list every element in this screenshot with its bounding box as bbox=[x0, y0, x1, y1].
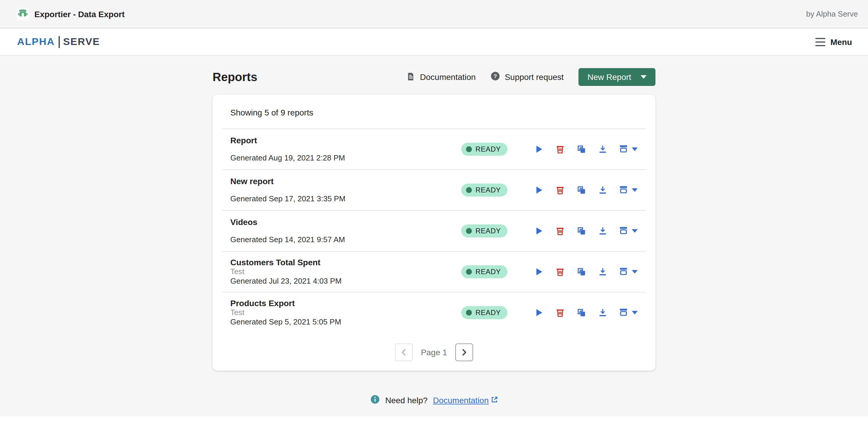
duplicate-report-button[interactable] bbox=[576, 225, 587, 237]
report-subtitle: Test bbox=[230, 308, 461, 318]
main-area: Reports Documentation bbox=[0, 56, 868, 416]
app-title: Exportier - Data Export bbox=[34, 9, 125, 19]
support-request-button[interactable]: ? Support request bbox=[491, 71, 564, 83]
menu-label: Menu bbox=[830, 37, 852, 47]
report-generated: Generated Aug 19, 2021 2:28 PM bbox=[230, 153, 461, 163]
chevron-down-icon bbox=[632, 270, 638, 274]
report-generated: Generated Sep 17, 2021 3:35 PM bbox=[230, 194, 461, 204]
report-title: New report bbox=[230, 176, 461, 186]
next-page-button[interactable] bbox=[455, 343, 473, 361]
row-actions bbox=[533, 225, 638, 237]
row-actions bbox=[533, 184, 638, 196]
delete-report-button[interactable] bbox=[554, 307, 566, 319]
chevron-down-icon bbox=[632, 147, 638, 151]
row-actions bbox=[533, 143, 638, 155]
run-report-button[interactable] bbox=[533, 307, 545, 319]
page-actions: Documentation ? Support request New Repo… bbox=[406, 68, 655, 86]
archive-icon bbox=[618, 225, 629, 237]
report-info: Customers Total Spent Test Generated Jul… bbox=[230, 258, 461, 286]
duplicate-report-button[interactable] bbox=[576, 307, 587, 319]
delete-report-button[interactable] bbox=[554, 184, 566, 196]
status-dot-icon bbox=[466, 228, 472, 234]
run-report-button[interactable] bbox=[533, 266, 545, 278]
report-row[interactable]: Products Export Test Generated Sep 5, 20… bbox=[213, 293, 655, 333]
svg-text:?: ? bbox=[494, 73, 497, 79]
help-footer: Need help? Documentation bbox=[213, 394, 655, 406]
report-title: Videos bbox=[230, 217, 461, 227]
chevron-left-icon bbox=[400, 349, 407, 356]
archive-icon bbox=[618, 184, 629, 196]
reports-card: Showing 5 of 9 reports Report Generated … bbox=[213, 95, 655, 371]
chevron-down-icon bbox=[632, 311, 638, 314]
storefront-icon bbox=[17, 8, 29, 20]
alpha-serve-logo: ALPHA SERVE bbox=[17, 36, 100, 48]
report-generated: Generated Sep 5, 2021 5:05 PM bbox=[230, 318, 461, 327]
delete-report-button[interactable] bbox=[554, 266, 566, 278]
top-app-bar: Exportier - Data Export by Alpha Serve bbox=[0, 0, 868, 28]
run-report-button[interactable] bbox=[533, 143, 545, 155]
run-report-button[interactable] bbox=[533, 184, 545, 196]
documentation-label: Documentation bbox=[420, 72, 476, 82]
download-report-button[interactable] bbox=[597, 184, 609, 196]
duplicate-report-button[interactable] bbox=[576, 143, 587, 155]
external-link-icon bbox=[491, 395, 498, 405]
status-badge: READY bbox=[461, 265, 507, 278]
chevron-down-icon bbox=[632, 229, 638, 233]
report-info: Report Generated Aug 19, 2021 2:28 PM bbox=[230, 135, 461, 163]
download-report-button[interactable] bbox=[597, 143, 609, 155]
pagination: Page 1 bbox=[213, 343, 655, 361]
info-icon bbox=[370, 394, 380, 406]
report-info: New report Generated Sep 17, 2021 3:35 P… bbox=[230, 176, 461, 204]
logo-serve: SERVE bbox=[63, 36, 100, 48]
delete-report-button[interactable] bbox=[554, 225, 566, 237]
report-row[interactable]: Customers Total Spent Test Generated Jul… bbox=[213, 252, 655, 292]
report-row[interactable]: Report Generated Aug 19, 2021 2:28 PM RE… bbox=[213, 129, 655, 169]
download-report-button[interactable] bbox=[597, 266, 609, 278]
page-header: Reports Documentation bbox=[213, 56, 655, 88]
archive-report-button[interactable] bbox=[618, 184, 638, 196]
logo-alpha: ALPHA bbox=[17, 36, 55, 48]
app-byline: by Alpha Serve bbox=[806, 9, 858, 18]
duplicate-report-button[interactable] bbox=[576, 184, 587, 196]
chevron-down-icon bbox=[632, 188, 638, 192]
new-report-button[interactable]: New Report bbox=[579, 68, 655, 86]
archive-icon bbox=[618, 306, 629, 319]
previous-page-button[interactable] bbox=[395, 343, 413, 361]
archive-report-button[interactable] bbox=[618, 266, 638, 278]
document-icon bbox=[406, 71, 416, 83]
download-report-button[interactable] bbox=[597, 225, 609, 237]
delete-report-button[interactable] bbox=[554, 143, 566, 155]
report-generated: Generated Jul 23, 2021 4:03 PM bbox=[230, 276, 461, 286]
report-info: Products Export Test Generated Sep 5, 20… bbox=[230, 298, 461, 327]
status-dot-icon bbox=[466, 310, 472, 315]
duplicate-report-button[interactable] bbox=[576, 266, 587, 278]
page-indicator: Page 1 bbox=[421, 348, 447, 357]
question-icon: ? bbox=[491, 71, 501, 83]
archive-report-button[interactable] bbox=[618, 143, 638, 155]
bottom-strip bbox=[0, 416, 868, 421]
documentation-link[interactable]: Documentation bbox=[433, 395, 489, 405]
logo-divider bbox=[58, 36, 60, 48]
reports-count-summary: Showing 5 of 9 reports bbox=[213, 95, 655, 128]
report-row[interactable]: Videos Generated Sep 14, 2021 9:57 AM RE… bbox=[213, 211, 655, 251]
download-report-button[interactable] bbox=[597, 307, 609, 319]
report-title: Report bbox=[230, 136, 461, 145]
hamburger-icon bbox=[815, 38, 826, 46]
documentation-button[interactable]: Documentation bbox=[406, 71, 476, 83]
report-info: Videos Generated Sep 14, 2021 9:57 AM bbox=[230, 217, 461, 245]
report-row[interactable]: New report Generated Sep 17, 2021 3:35 P… bbox=[213, 170, 655, 210]
status-badge: READY bbox=[461, 306, 507, 319]
archive-report-button[interactable] bbox=[618, 225, 638, 237]
menu-button[interactable]: Menu bbox=[815, 37, 852, 47]
archive-report-button[interactable] bbox=[618, 306, 638, 319]
support-request-label: Support request bbox=[505, 72, 564, 82]
chevron-down-icon bbox=[641, 75, 647, 79]
archive-icon bbox=[618, 266, 629, 278]
run-report-button[interactable] bbox=[533, 225, 545, 237]
archive-icon bbox=[618, 143, 629, 155]
app-window: Exportier - Data Export by Alpha Serve A… bbox=[0, 0, 868, 421]
report-title: Customers Total Spent bbox=[230, 258, 461, 267]
report-subtitle: Test bbox=[230, 267, 461, 276]
page-title: Reports bbox=[213, 70, 257, 84]
help-text: Need help? bbox=[385, 395, 428, 405]
